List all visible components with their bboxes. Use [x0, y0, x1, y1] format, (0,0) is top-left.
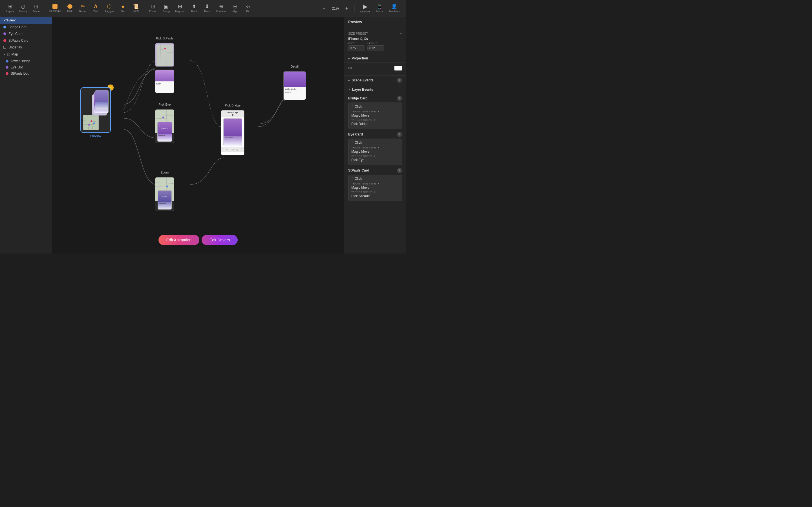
stpauls-card-add-event-btn[interactable]: + [397, 168, 402, 173]
polygon-icon: ⬡ [107, 4, 112, 9]
front-tool[interactable]: ⬆ Front [188, 3, 200, 14]
back-tool[interactable]: ⬇ Back [201, 3, 213, 14]
preview-item[interactable]: Preview [0, 17, 52, 24]
shape-tools-group: Rectangle Oval ✏ Bezier A Text ⬡ Polygon… [45, 3, 144, 14]
pick-eye-node[interactable]: Pick Eye London [155, 103, 174, 143]
detail-node[interactable]: Detail Visit London Eye Lorem ipsum dolo… [283, 65, 306, 100]
stpauls-card-item[interactable]: StPauls Card [0, 37, 52, 44]
stpauls-target-scene-value: Pick StPauls [351, 194, 399, 198]
eye-dot-label: Eye Dot [11, 65, 23, 69]
bridge-transition-chevron: ▼ [377, 110, 379, 113]
pick-stpauls-node[interactable]: Pick StPauls St Paul's [155, 37, 174, 93]
eye-card-label: Eye Card [8, 32, 22, 36]
stpauls-transition-chevron: ▼ [377, 182, 379, 185]
simulator-button[interactable]: ▶ Simulator [357, 3, 373, 14]
preview-label: Preview [3, 18, 15, 22]
ungroup-tool[interactable]: ⊞ Ungroup [173, 3, 188, 14]
bridge-card-event-header: Bridge Card + [348, 96, 402, 101]
history-tool[interactable]: ◷ History [17, 3, 29, 14]
tower-bridge-item[interactable]: Tower Bridge... [0, 58, 52, 64]
layers-tool[interactable]: ⊞ Layers [4, 3, 16, 14]
zoom-in-button[interactable]: + [340, 5, 353, 12]
pick-bridge-node[interactable]: Zoom Tower [155, 171, 174, 211]
polygon-tool[interactable]: ⬡ Polygon [103, 3, 116, 14]
width-label: WIDTH [348, 42, 365, 45]
width-value: 375 [348, 45, 365, 51]
scene-tool[interactable]: ⊡ Scene [30, 3, 42, 14]
back-icon: ⬇ [205, 4, 209, 9]
canvas: ⚡ [52, 17, 344, 253]
eye-card-event-item: Eye Card + ⌃ Click TRANSITION TYPE ▼ Mag… [348, 132, 402, 165]
eye-dot-item[interactable]: Eye Dot [0, 64, 52, 70]
zoom-value: 21% [331, 6, 340, 10]
projection-section[interactable]: ▶ Projection [344, 54, 406, 63]
bezier-icon: ✏ [81, 4, 85, 9]
detail-card: Visit London Eye Lorem ipsum dolor sit a… [283, 71, 306, 100]
rectangle-tool[interactable]: Rectangle [47, 3, 63, 13]
preview-cards-stack [92, 90, 109, 115]
eye-card-trigger: ⌃ Click [351, 140, 399, 145]
star-tool[interactable]: ★ Star [117, 3, 129, 14]
layer-events-chevron: ▼ [348, 89, 350, 91]
eye-target-chevron: ▼ [373, 155, 376, 158]
zoom-card: London Eye Visit London Eye Visit London… [221, 110, 245, 155]
scene-events-section[interactable]: ▶ Scene Events + [344, 75, 406, 86]
size-preset-label: SIZE PRESET [348, 32, 368, 35]
height-label: HEIGHT [367, 42, 384, 45]
eye-card-item[interactable]: Eye Card [0, 31, 52, 37]
align-icon: ⊟ [233, 4, 238, 9]
star-icon: ★ [121, 4, 125, 9]
underlay-item[interactable]: Underlay [0, 44, 52, 51]
pick-bridge-label: Zoom [161, 171, 168, 174]
feedback-button[interactable]: 👤 Feedback [386, 3, 402, 14]
pick-stpauls-card [155, 43, 174, 67]
zoom-in-icon: + [345, 6, 348, 11]
preview-title: Preview [348, 20, 402, 24]
size-preset-row: SIZE PRESET ▼ [348, 32, 402, 35]
flip-tool[interactable]: ⇔ Flip [242, 3, 254, 14]
eye-card-add-event-btn[interactable]: + [397, 132, 402, 137]
zoom-group: − 21% + [316, 5, 355, 12]
oval-tool[interactable]: Oval [64, 3, 76, 13]
group-tool[interactable]: ▣ Group [160, 3, 172, 14]
stpauls-card-event-name: StPauls Card [348, 168, 369, 172]
bridge-target-chevron: ▼ [373, 119, 376, 121]
bridge-card-event-box: ⌃ Click TRANSITION TYPE ▼ Magic Move TAR… [348, 103, 402, 129]
height-value: 812 [367, 45, 384, 51]
eye-card-event-header: Eye Card + [348, 132, 402, 137]
map-chevron-icon: ▼ [3, 53, 6, 56]
eye-transition-chevron: ▼ [377, 147, 379, 149]
bridge-card-add-event-btn[interactable]: + [397, 96, 402, 101]
scene-events-add-btn[interactable]: + [397, 78, 402, 83]
history-icon: ◷ [21, 4, 26, 9]
zoom-out-button[interactable]: − [318, 5, 330, 12]
text-tool[interactable]: A Text [90, 3, 102, 14]
size-preset-chevron: ▼ [400, 33, 402, 35]
preview-node[interactable]: ⚡ [80, 87, 111, 137]
edit-drivers-button[interactable]: Edit Drivers [202, 235, 238, 245]
tower-bridge-dot [6, 60, 8, 62]
scene-events-title: Scene Events [352, 78, 395, 82]
scroll-tool[interactable]: 📜 Scroll [130, 3, 142, 13]
layers-icon: ⊞ [8, 4, 12, 9]
underlay-label: Underlay [8, 45, 22, 49]
edit-animation-button[interactable]: Edit Animation [158, 235, 200, 245]
layer-events-section[interactable]: ▼ Layer Events [344, 86, 406, 94]
size-preset-value: iPhone X, Xs [348, 37, 402, 41]
bezier-tool[interactable]: ✏ Bezier [77, 3, 89, 14]
embed-tool[interactable]: ⊡ Embed [147, 3, 160, 14]
projection-title: Projection [352, 56, 402, 60]
action-tools-group: ⊡ Embed ▣ Group ⊞ Ungroup ⬆ Front ⬇ Back… [145, 3, 256, 14]
mirror-button[interactable]: 📱 Mirror [373, 3, 386, 14]
stpauls-dot-label: StPauls Dot [11, 71, 29, 75]
stpauls-dot-item[interactable]: StPauls Dot [0, 70, 52, 76]
map-section[interactable]: ▼ □ Map [0, 51, 52, 58]
preview-map-layer [83, 115, 99, 130]
zoom-node[interactable]: Pick Bridge London Eye Visit London Eye … [221, 104, 245, 155]
stpauls-transition-type-value: Magic Move [351, 186, 399, 189]
bridge-card-item[interactable]: Bridge Card [0, 24, 52, 31]
preview-main-card [80, 87, 111, 133]
align-tool[interactable]: ⊟ Align [229, 3, 241, 14]
combine-tool[interactable]: ⊕ Combine [214, 3, 229, 14]
fill-color-box[interactable] [394, 66, 402, 71]
